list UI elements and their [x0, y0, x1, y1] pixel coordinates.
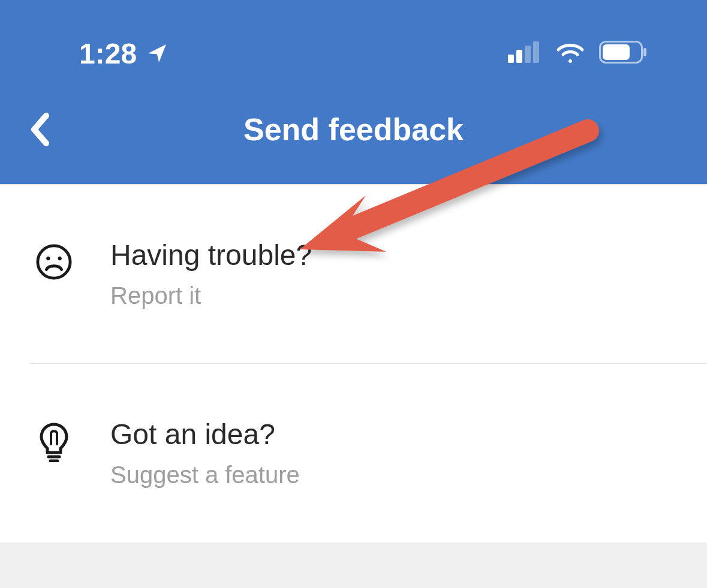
svg-rect-5 [603, 44, 630, 60]
wifi-icon [556, 41, 585, 65]
status-bar-right [508, 41, 647, 66]
svg-rect-2 [525, 46, 531, 63]
status-time: 1:28 [79, 37, 137, 70]
svg-point-7 [38, 246, 70, 278]
status-bar: 1:28 [0, 0, 707, 66]
svg-rect-0 [508, 55, 514, 63]
sad-face-icon [36, 239, 72, 281]
status-bar-left: 1:28 [79, 37, 168, 70]
back-button[interactable] [22, 111, 58, 147]
nav-row: Send feedback [0, 88, 707, 171]
report-trouble-text: Having trouble? Report it [110, 239, 312, 309]
page-title: Send feedback [243, 111, 464, 147]
lightbulb-icon [36, 418, 72, 462]
svg-rect-1 [516, 50, 522, 63]
suggest-feature-title: Got an idea? [110, 418, 300, 451]
chevron-left-icon [29, 112, 50, 147]
location-icon [146, 43, 168, 64]
battery-icon [599, 41, 647, 66]
suggest-feature-text: Got an idea? Suggest a feature [110, 418, 300, 489]
cellular-signal-icon [508, 41, 541, 65]
report-trouble-item[interactable]: Having trouble? Report it [0, 185, 707, 363]
content-area: Having trouble? Report it Got an idea? S… [0, 185, 707, 542]
suggest-feature-item[interactable]: Got an idea? Suggest a feature [0, 364, 707, 542]
svg-point-8 [46, 257, 50, 260]
header-bar: 1:28 [0, 0, 707, 185]
report-trouble-title: Having trouble? [110, 239, 312, 272]
suggest-feature-subtitle: Suggest a feature [110, 462, 300, 489]
svg-point-9 [58, 257, 62, 260]
svg-rect-3 [533, 41, 539, 63]
svg-rect-6 [643, 48, 646, 56]
report-trouble-subtitle: Report it [110, 282, 312, 309]
